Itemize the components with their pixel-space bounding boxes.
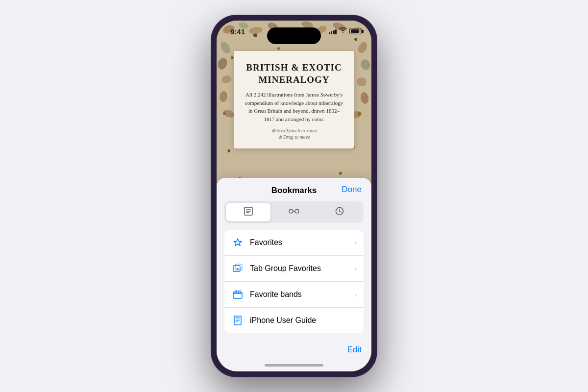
bookmark-tab-bar [224,201,364,223]
favorite-bands-icon [231,288,244,301]
bookmarks-list: Favorites › [224,230,364,333]
home-indicator [265,364,323,367]
webpage-content: BRITISH & EXOTIC MINERALOGY All 2,242 il… [217,21,371,371]
iphone-guide-icon [231,314,244,327]
hint-drag: ⊕ Drag to move [278,134,310,140]
sheet-header: Bookmarks Done [217,178,371,196]
svg-point-24 [295,209,299,213]
status-icons [329,27,362,35]
page-title: BRITISH & EXOTIC MINERALOGY [244,62,344,86]
iphone-guide-label: iPhone User Guide [250,316,357,325]
signal-bar-3 [333,30,335,34]
favorite-bands-chevron: › [354,291,357,298]
sheet-footer: Edit [338,338,371,362]
battery-icon [349,28,362,34]
tab-group-favorites-label: Tab Group Favorites [250,264,354,273]
dynamic-island [267,27,321,44]
signal-bar-1 [329,32,330,34]
signal-bar-4 [335,29,337,34]
favorites-chevron: › [354,239,357,246]
done-button[interactable]: Done [342,185,362,195]
scene: 9:41 [0,0,588,392]
screen: 9:41 [217,21,371,371]
edit-button[interactable]: Edit [347,345,362,355]
reading-list-tab-icon [289,208,299,217]
tab-reading-list[interactable] [271,203,316,221]
bookmark-item-favorites[interactable]: Favorites › [224,230,364,256]
bookmark-item-favorite-bands[interactable]: Favorite bands › [224,282,364,308]
svg-rect-29 [233,266,240,271]
svg-point-16 [360,92,369,104]
svg-point-23 [289,209,293,213]
svg-point-10 [217,57,229,71]
bookmarks-tab-icon [244,207,253,218]
mineralogy-card: BRITISH & EXOTIC MINERALOGY All 2,242 il… [234,51,354,148]
svg-point-15 [356,76,368,88]
favorites-label: Favorites [250,238,354,247]
page-hints: ⊕ Scroll/pinch to zoom ⊕ Drag to move [244,128,344,140]
wifi-icon [339,27,347,35]
tab-group-favorites-chevron: › [354,265,357,272]
favorites-icon [231,236,244,249]
svg-point-12 [219,91,228,102]
tab-group-favorites-icon [231,262,244,275]
signal-bar-2 [331,31,332,34]
phone-frame: 9:41 [211,15,377,377]
bookmark-item-iphone-guide[interactable]: iPhone User Guide [224,308,364,333]
svg-rect-31 [233,292,242,298]
svg-point-11 [220,74,232,85]
sheet-title: Bookmarks [271,186,317,196]
tab-history[interactable] [318,203,362,221]
hint-scroll: ⊕ Scroll/pinch to zoom [271,128,317,133]
bookmarks-sheet: Bookmarks Done [217,178,371,371]
tab-bookmarks[interactable] [226,203,270,221]
svg-point-14 [360,58,371,72]
signal-bars-icon [329,28,337,34]
battery-fill [351,29,359,33]
history-tab-icon [335,207,344,218]
svg-line-28 [340,211,342,213]
favorite-bands-label: Favorite bands [250,290,354,299]
bookmark-item-tab-group-favorites[interactable]: Tab Group Favorites › [224,256,364,282]
page-description: All 2,242 illustrations from James Sower… [244,91,344,123]
